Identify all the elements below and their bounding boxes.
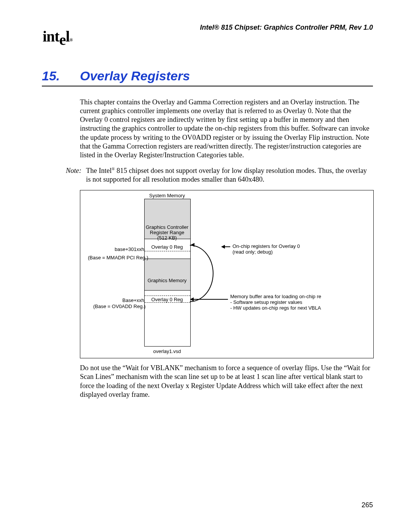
mem-seg-mid [145,259,190,291]
label-onchip-b: (read only; debug) [233,249,273,255]
arrow-upper-head-2 [221,245,225,249]
label-base-301xxh: base+301xxh [114,247,144,252]
label-membuf-a: Memory buffer area for loading on-chip r… [230,294,321,300]
mem-seg-bottom [145,303,190,346]
label-base-mmadr: (Base = MMADR PCI Reg.) [88,255,148,261]
note-pre: The Intel [86,167,112,174]
label-overlay0-lower: Overlay 0 Reg [144,297,190,303]
mem-seg-overlay0-reg-lower-top [145,291,190,296]
label-overlay0-upper: Overlay 0 Reg [144,244,190,250]
running-header: Intel® 815 Chipset: Graphics Controller … [200,24,373,32]
label-filename: overlay1.vsd [144,349,190,355]
arc-connection [190,245,213,302]
label-gc-range-3: (512 KB) [144,235,190,241]
arrow-lower-head [190,297,194,301]
memory-map-figure: System Memory Graphics Controller Regist… [80,190,374,358]
note-body: The Intel® 815 chipset does not support … [86,166,373,184]
arrow-lower-line [194,299,228,300]
label-onchip-a: On-chip registers for Overlay 0 [233,244,300,249]
note-block: Note: The Intel® 815 chipset does not su… [62,166,373,184]
mem-seg-gap [145,251,190,259]
label-membuf-b: - Software setsup register values [230,300,302,305]
arrow-upper-line [225,246,230,247]
arrow-upper-head [191,243,194,247]
chapter-title: Overlay Registers [80,69,190,83]
label-system-memory: System Memory [144,193,190,199]
intro-paragraph: This chapter contains the Overlay and Ga… [80,98,373,160]
note-label: Note: [62,166,86,184]
chapter-heading: 15. Overlay Registers [42,69,373,86]
memory-column [144,199,191,347]
page-number: 265 [362,501,373,509]
intel-logo: intel® [43,27,73,45]
label-membuf-c: - HW updates on-chip regs for next VBLA [230,305,321,311]
chapter-number: 15. [42,69,80,83]
label-base-ov0add: (Base = OV0ADD Reg.) [93,304,146,310]
closing-paragraph: Do not use the “Wait for VBLANK” mechani… [80,364,373,399]
note-post: 815 chipset does not support overlay for… [86,167,367,183]
label-base-xxh: Base+xxh [120,298,144,304]
label-graphics-memory: Graphics Memory [144,278,190,284]
